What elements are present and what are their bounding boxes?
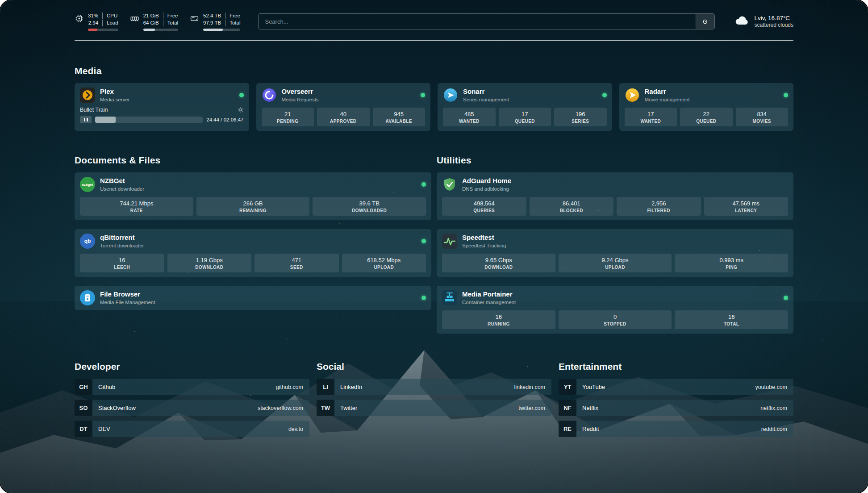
playback-progress-track[interactable] (95, 117, 203, 123)
stat-box: 16 LEECH (80, 254, 164, 272)
documents-column: Documents & Files nzbget NZBGet Usenet d… (75, 131, 431, 310)
bookmark-abbr: SO (75, 400, 92, 416)
card-titles: AdGuard Home DNS and adblocking (462, 177, 511, 192)
card-head: Media Portainer Container management (442, 290, 788, 305)
search-provider-button[interactable]: G (696, 14, 714, 29)
search-input[interactable] (259, 14, 695, 29)
card-head: nzbget NZBGet Usenet downloader (80, 177, 426, 192)
status-dot (421, 296, 426, 300)
service-card-speedtest[interactable]: Speedtest Speedtest Tracking 9.65 Gbps D… (437, 229, 793, 277)
stat-label: BLOCKED (531, 208, 612, 213)
stat-box: 945 AVAILABLE (373, 108, 426, 126)
service-card-plex[interactable]: Plex Media server Bullet Train (75, 83, 249, 131)
card-titles: Plex Media server (100, 88, 129, 103)
stat-value: 0.993 ms (676, 257, 786, 263)
bookmark-twitter[interactable]: TW Twitter twitter.com (317, 400, 551, 416)
portainer-icon (442, 290, 457, 305)
stat-box: 16 TOTAL (675, 310, 788, 329)
service-card-overseerr[interactable]: Overseerr Media Requests 21 PENDING 40 A… (256, 83, 431, 131)
section-title-utilities: Utilities (437, 155, 793, 166)
cloud-icon (733, 15, 750, 29)
stat-value: 945 (375, 111, 424, 117)
stat-box: 16 RUNNING (442, 310, 555, 329)
plex-icon (80, 88, 95, 103)
memory-icon (130, 13, 139, 25)
stat-value: 834 (738, 111, 787, 117)
stat-label: DOWNLOADED (314, 208, 424, 213)
stat-label: FILTERED (618, 208, 699, 213)
settings-gear-icon[interactable] (238, 107, 244, 113)
card-head: Speedtest Speedtest Tracking (442, 234, 788, 249)
stat-box: 40 APPROVED (317, 108, 370, 126)
status-dot (784, 93, 788, 97)
section-title-media: Media (75, 66, 793, 76)
bookmark-name: StackOverflow (92, 405, 136, 411)
playback-time: 24:44 / 02:06:47 (206, 117, 243, 122)
bookmark-abbr: DT (75, 421, 92, 437)
now-playing-title: Bullet Train (80, 107, 108, 113)
stat-value: 744.21 Mbps (82, 200, 192, 207)
stats-row: 9.65 Gbps DOWNLOAD 9.24 Gbps UPLOAD 0.99… (442, 254, 788, 272)
bookmark-youtube[interactable]: YT YouTube youtube.com (559, 379, 793, 395)
bookmark-name: Netflix (576, 405, 598, 411)
service-name: Plex (100, 88, 129, 96)
stats-row: 16 RUNNING 0 STOPPED 16 TOTAL (442, 310, 788, 329)
stat-label: UPLOAD (344, 265, 425, 270)
stat-value: 47.569 ms (706, 200, 787, 207)
stat-box: 47.569 ms LATENCY (704, 197, 789, 216)
stat-value: 39.6 TB (314, 200, 424, 207)
service-subtitle: Media server (100, 96, 129, 103)
service-subtitle: Torrent downloader (100, 242, 144, 249)
service-card-filebrowser[interactable]: File Browser Media File Management (75, 286, 431, 310)
service-card-radarr[interactable]: Radarr Movie management 17 WANTED 22 QUE… (619, 83, 794, 131)
stat-label: WANTED (445, 119, 494, 124)
stat-box: 498,564 QUERIES (442, 197, 526, 216)
stat-value: 17 (501, 111, 550, 117)
memory-total-label: Total (163, 20, 178, 26)
service-name: File Browser (100, 290, 155, 299)
stat-value: 471 (256, 257, 337, 263)
bookmark-dev[interactable]: DT DEV dev.to (75, 421, 309, 437)
memory-progress-fill (143, 29, 155, 31)
stat-box: 9.24 Gbps UPLOAD (559, 254, 672, 272)
bookmark-linkedin[interactable]: LI LinkedIn linkedin.com (317, 379, 551, 395)
service-name: AdGuard Home (462, 177, 511, 185)
bookmark-url: linkedin.com (514, 384, 551, 390)
bookmark-list: LI LinkedIn linkedin.com TW Twitter twit… (317, 379, 551, 416)
memory-progress-track (143, 29, 178, 31)
stat-value: 498,564 (444, 200, 525, 207)
section-title-documents: Documents & Files (75, 155, 431, 166)
stat-label: WANTED (626, 119, 676, 124)
pause-button[interactable] (80, 116, 92, 123)
stat-box: 744.21 Mbps RATE (80, 197, 193, 216)
memory-readout: 21 GiB Free 64 GiB Total (143, 13, 178, 31)
status-dot (421, 93, 425, 97)
utilities-card-stack: AdGuard Home DNS and adblocking 498,564 … (437, 172, 793, 334)
bookmark-abbr: GH (75, 379, 92, 395)
stat-label: STOPPED (560, 322, 670, 326)
bookmark-abbr: LI (317, 379, 334, 395)
bookmark-abbr: NF (559, 400, 576, 416)
status-dot (602, 93, 607, 97)
stat-label: SEED (256, 265, 337, 270)
service-card-portainer[interactable]: Media Portainer Container management 16 … (437, 286, 793, 334)
stat-label: QUEUED (682, 119, 731, 124)
bookmark-reddit[interactable]: RE Reddit reddit.com (559, 421, 793, 437)
now-playing-widget: Bullet Train 24:44 / 02:06:47 (80, 107, 244, 123)
filebrowser-icon (80, 290, 95, 305)
disk-total-label: Total (225, 20, 240, 26)
service-card-qbittorrent[interactable]: qb qBittorrent Torrent downloader 16 (75, 229, 431, 277)
service-card-nzbget[interactable]: nzbget NZBGet Usenet downloader 744.21 M… (75, 172, 431, 220)
stat-box: 17 WANTED (625, 108, 677, 126)
memory-free-value: 21 GiB (143, 13, 159, 19)
bookmark-github[interactable]: GH Github github.com (75, 379, 309, 395)
nzbget-icon-text: nzbget (82, 183, 93, 187)
stats-row: 485 WANTED 17 QUEUED 196 SERIES (443, 108, 607, 126)
bookmark-stackoverflow[interactable]: SO StackOverflow stackoverflow.com (75, 400, 309, 416)
search-bar: G (258, 13, 714, 29)
stat-value: 16 (444, 313, 554, 320)
service-card-sonarr[interactable]: Sonarr Series management 485 WANTED 17 Q… (438, 83, 612, 131)
stat-box: 9.65 Gbps DOWNLOAD (442, 254, 555, 272)
bookmark-netflix[interactable]: NF Netflix netflix.com (559, 400, 793, 416)
service-card-adguard[interactable]: AdGuard Home DNS and adblocking 498,564 … (437, 172, 793, 220)
